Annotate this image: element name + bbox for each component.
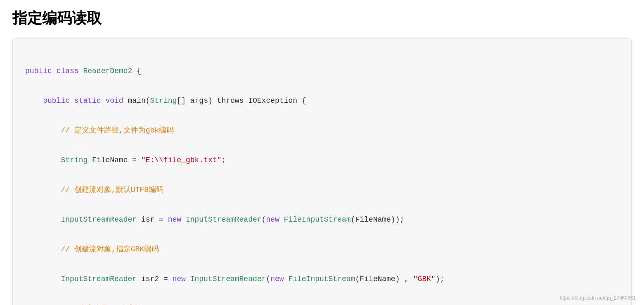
code-line-5: // 创建流对象,默认UTF8编码: [25, 182, 619, 197]
code-line-4: String FileName = "E:\\file_gbk.txt";: [25, 153, 619, 168]
code-line-2: public static void main(String[] args) t…: [25, 93, 619, 108]
code-line-7: // 创建流对象,指定GBK编码: [25, 242, 619, 257]
code-line-3: // 定义文件路径,文件为gbk编码: [25, 123, 619, 138]
code-block: public class ReaderDemo2 { public static…: [12, 38, 632, 305]
code-line-9: // 定义变量,保存字符: [25, 301, 619, 305]
page-title: 指定编码读取: [12, 8, 632, 28]
code-line-8: InputStreamReader isr2 = new InputStream…: [25, 272, 619, 286]
code-line-6: InputStreamReader isr = new InputStreamR…: [25, 212, 619, 227]
watermark: https://blog.csdn.net/qq_27060861: [560, 295, 636, 301]
code-line-1: public class ReaderDemo2 {: [25, 64, 619, 78]
